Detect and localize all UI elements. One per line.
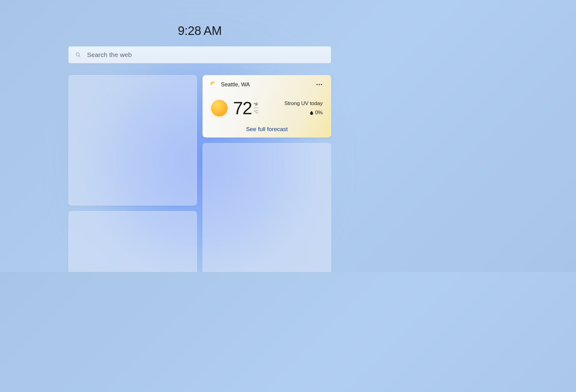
- unit-fahrenheit[interactable]: °F: [254, 102, 259, 108]
- widget-placeholder-2[interactable]: [68, 211, 197, 272]
- widgets-grid: Seattle, WA 72 °F °C: [68, 75, 331, 272]
- svg-point-0: [76, 53, 79, 56]
- clock-time: 9:28 AM: [68, 24, 331, 38]
- search-placeholder: Search the web: [87, 51, 132, 58]
- widget-placeholder-3[interactable]: [203, 143, 331, 272]
- unit-celsius[interactable]: °C: [254, 108, 259, 114]
- search-bar[interactable]: Search the web: [68, 46, 331, 63]
- weather-condition: Strong UV today: [284, 100, 323, 107]
- weather-widget[interactable]: Seattle, WA 72 °F °C: [203, 75, 331, 138]
- weather-location: Seattle, WA: [221, 81, 250, 88]
- precipitation-value: 0%: [315, 110, 323, 116]
- sun-icon: [211, 100, 228, 116]
- svg-line-1: [79, 56, 81, 57]
- search-icon: [75, 52, 81, 58]
- temperature-value: 72: [233, 99, 252, 117]
- weather-more-button[interactable]: [315, 82, 324, 87]
- widget-placeholder-1[interactable]: [68, 75, 197, 205]
- droplet-icon: [310, 111, 313, 115]
- forecast-link[interactable]: See full forecast: [210, 126, 324, 133]
- weather-app-icon: [210, 81, 217, 88]
